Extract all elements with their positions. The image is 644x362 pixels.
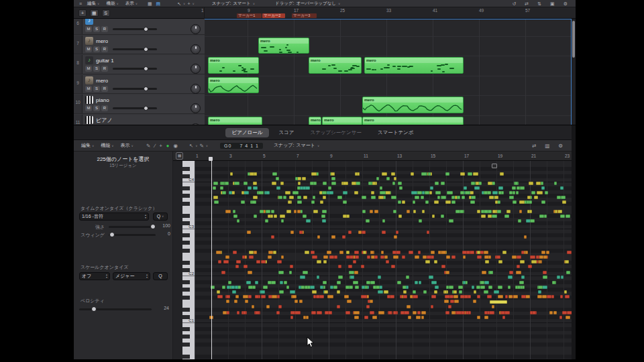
midi-note[interactable] — [413, 210, 416, 213]
midi-note[interactable] — [382, 172, 387, 176]
midi-note[interactable] — [468, 172, 472, 176]
grid-view-icon[interactable]: ▦ — [148, 0, 152, 7]
midi-note[interactable] — [334, 255, 337, 259]
midi-note[interactable] — [233, 210, 236, 213]
midi-note[interactable] — [441, 182, 445, 185]
midi-note[interactable] — [543, 271, 547, 274]
zoom-vertical-icon[interactable]: ⇅ — [537, 0, 541, 7]
midi-note[interactable] — [425, 191, 429, 194]
midi-note[interactable] — [477, 251, 480, 254]
midi-note[interactable] — [353, 260, 356, 263]
black-key[interactable] — [182, 233, 190, 237]
midi-note[interactable] — [284, 281, 287, 284]
midi-region[interactable]: mero — [364, 57, 464, 74]
midi-note[interactable] — [241, 200, 246, 204]
pan-knob[interactable] — [191, 103, 201, 113]
midi-note[interactable] — [280, 281, 283, 284]
midi-note[interactable] — [253, 182, 257, 185]
black-key[interactable] — [182, 194, 190, 198]
midi-note[interactable] — [551, 295, 554, 298]
pointer-tool-icon[interactable]: ↖ — [177, 0, 181, 7]
midi-region[interactable]: mero — [208, 117, 262, 125]
midi-note[interactable] — [415, 255, 419, 259]
midi-note[interactable] — [331, 182, 336, 185]
midi-note[interactable] — [229, 191, 233, 194]
midi-note[interactable] — [306, 316, 309, 319]
quantize-apply-button[interactable]: Q ∨ — [153, 213, 168, 221]
midi-region[interactable]: mero — [362, 97, 464, 113]
midi-note[interactable] — [346, 251, 350, 254]
midi-note[interactable] — [266, 191, 270, 194]
midi-note[interactable] — [466, 311, 469, 314]
midi-note[interactable] — [474, 290, 477, 294]
midi-note[interactable] — [274, 215, 278, 218]
catch-icon[interactable]: ⇄ — [525, 0, 529, 7]
midi-region[interactable]: mero — [208, 77, 259, 93]
midi-note[interactable] — [223, 311, 227, 314]
midi-out-toggle-icon[interactable]: ◉ — [173, 143, 178, 149]
midi-note[interactable] — [413, 200, 415, 204]
midi-note[interactable] — [423, 255, 427, 259]
midi-note[interactable] — [525, 251, 528, 254]
midi-note[interactable] — [513, 191, 516, 194]
midi-note[interactable] — [279, 290, 284, 294]
midi-note[interactable] — [460, 295, 465, 298]
settings-icon[interactable]: ⚙ — [564, 0, 568, 7]
midi-note[interactable] — [254, 251, 257, 254]
midi-note[interactable] — [236, 260, 241, 263]
midi-note[interactable] — [342, 235, 345, 239]
midi-note[interactable] — [454, 300, 459, 303]
midi-note[interactable] — [343, 191, 347, 194]
midi-note[interactable] — [545, 191, 548, 194]
editor-secondary-tool-icon[interactable]: ✎ — [200, 143, 204, 149]
midi-note[interactable] — [317, 276, 320, 279]
midi-note[interactable] — [398, 200, 401, 204]
midi-note[interactable] — [509, 196, 514, 199]
black-key[interactable] — [182, 308, 190, 312]
black-key[interactable] — [182, 167, 190, 171]
midi-note[interactable] — [546, 251, 549, 254]
midi-note[interactable] — [290, 265, 293, 268]
midi-note[interactable] — [366, 219, 370, 223]
midi-note[interactable] — [482, 271, 486, 274]
midi-note[interactable] — [488, 286, 493, 289]
midi-note[interactable] — [292, 191, 299, 194]
midi-note[interactable] — [421, 316, 424, 319]
midi-note[interactable] — [388, 311, 392, 314]
midi-note[interactable] — [261, 295, 266, 298]
midi-note[interactable] — [541, 200, 545, 204]
volume-slider[interactable] — [113, 28, 157, 30]
midi-note[interactable] — [338, 265, 341, 268]
midi-note[interactable] — [505, 295, 508, 298]
midi-note[interactable] — [338, 276, 342, 279]
midi-note[interactable] — [386, 177, 390, 180]
midi-note[interactable] — [566, 271, 570, 274]
midi-note[interactable] — [419, 281, 422, 284]
velocity-slider[interactable] — [79, 308, 152, 310]
midi-note[interactable] — [449, 219, 453, 223]
midi-note[interactable] — [213, 186, 216, 190]
track-mute-button[interactable]: M — [85, 46, 92, 52]
midi-note[interactable] — [484, 251, 488, 254]
midi-note[interactable] — [384, 290, 388, 294]
midi-note[interactable] — [520, 186, 525, 190]
midi-note[interactable] — [557, 210, 562, 213]
midi-note[interactable] — [541, 251, 545, 254]
midi-region[interactable]: mero — [309, 57, 362, 74]
midi-note[interactable] — [492, 215, 497, 218]
midi-note[interactable] — [437, 196, 440, 199]
midi-note[interactable] — [278, 271, 284, 274]
midi-note[interactable] — [429, 191, 432, 194]
midi-note[interactable] — [444, 300, 449, 303]
midi-note[interactable] — [250, 172, 255, 176]
menu-view[interactable]: 表示∨ — [125, 1, 138, 7]
midi-note[interactable] — [337, 290, 340, 294]
midi-note[interactable] — [524, 235, 527, 239]
midi-note[interactable] — [268, 255, 272, 259]
track-header[interactable]: 9♪meroMSR — [74, 75, 205, 94]
midi-note[interactable] — [441, 215, 445, 218]
pan-knob[interactable] — [191, 44, 201, 54]
midi-note[interactable] — [421, 172, 427, 176]
midi-note[interactable] — [217, 295, 223, 298]
midi-note[interactable] — [247, 231, 251, 234]
